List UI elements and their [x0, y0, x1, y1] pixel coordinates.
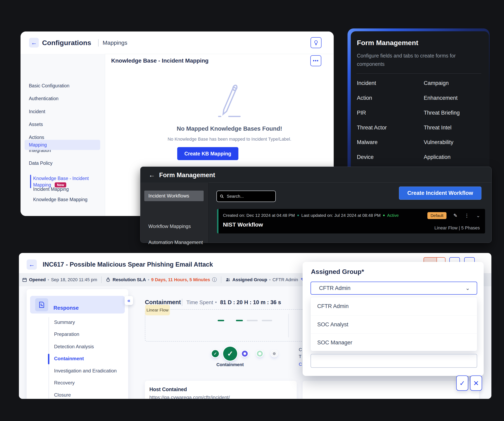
component-threat-briefing[interactable]: Threat Briefing — [424, 110, 460, 116]
sidebar-item-incident[interactable]: Incident — [29, 109, 45, 114]
clipped-text-line3: C — [299, 362, 302, 367]
overview-title: Form Management — [357, 39, 418, 47]
status-dot — [383, 214, 385, 216]
step-current-containment[interactable]: ✓ — [223, 347, 237, 361]
back-icon[interactable]: ← — [149, 171, 155, 179]
check-icon: ✓ — [214, 351, 217, 356]
check-icon: ✓ — [459, 379, 465, 387]
more-options-button[interactable]: ••• — [310, 55, 321, 66]
option-soc-manager[interactable]: SOC Manager — [311, 333, 477, 351]
sidebar-item-actions[interactable]: Actions — [29, 135, 44, 140]
phase-investigation-eradication[interactable]: Investigation and Eradication — [54, 368, 117, 374]
kb-incident-mapping-text: Mapping — [33, 182, 51, 188]
component-device[interactable]: Device — [357, 154, 374, 160]
stopwatch-icon — [106, 277, 111, 282]
back-button[interactable]: ← — [29, 38, 39, 47]
back-button[interactable]: ← — [27, 260, 37, 270]
component-threat-actor[interactable]: Threat Actor — [357, 125, 387, 131]
default-badge: Default — [427, 212, 446, 219]
confirm-button[interactable]: ✓ — [456, 375, 468, 391]
step-upcoming[interactable] — [257, 351, 263, 356]
meta-divider — [221, 277, 221, 283]
component-application[interactable]: Application — [424, 154, 450, 160]
component-incident[interactable]: Incident — [357, 80, 376, 86]
assigned-group-select[interactable]: CFTR Admin ⌄ — [311, 282, 477, 295]
component-action[interactable]: Action — [357, 95, 372, 101]
hints-button[interactable] — [311, 37, 322, 48]
phase-closure[interactable]: Closure — [54, 392, 71, 398]
sla-label: Resolution SLA — [113, 277, 146, 282]
active-item-bar — [30, 175, 31, 188]
users-icon — [225, 277, 230, 282]
mapping-section-title: Knowledge Base - Incident Mapping — [111, 58, 209, 64]
assigned-group-dropdown: CFTR Admin SOC Analyst SOC Manager — [311, 297, 477, 351]
option-cftr-admin[interactable]: CFTR Admin — [311, 297, 477, 315]
sidebar-item-data-policy[interactable]: Data Policy — [29, 160, 52, 166]
workflow-name: NIST Workflow — [223, 221, 263, 228]
sidebar-item-knowledge-base-mapping[interactable]: Knowledge Base Mapping — [33, 197, 87, 202]
component-threat-intel[interactable]: Threat Intel — [424, 125, 452, 131]
component-vulnerability[interactable]: Vulnerability — [424, 139, 453, 145]
status-badge: Active — [387, 213, 399, 218]
create-kb-mapping-button[interactable]: Create KB Mapping — [177, 147, 238, 160]
overview-divider — [356, 73, 481, 74]
sidebar-item-basic-configuration[interactable]: Basic Configuration — [29, 83, 69, 89]
nav-workflow-mappings[interactable]: Workflow Mappings — [148, 224, 191, 229]
phase-recovery[interactable]: Recovery — [54, 380, 75, 386]
sidebar-item-kb-incident-mapping-line1[interactable]: Knowledge Base - Incident — [33, 176, 89, 181]
component-malware[interactable]: Malware — [357, 139, 378, 145]
workflow-card[interactable]: Created on: Dec 12 2024 at 04:48 PM Last… — [217, 209, 485, 233]
modal-title: Assigned Group* — [311, 268, 364, 276]
page-title: Configurations — [42, 39, 91, 47]
option-soc-analyst[interactable]: SOC Analyst — [311, 315, 477, 333]
updated-on: Last updated on: Jul 24 2024 at 08:48 PM — [301, 213, 381, 218]
search-icon — [220, 194, 224, 199]
time-spent-label: Time Spent — [186, 299, 213, 306]
separator-dot — [297, 214, 299, 216]
sidebar-item-assets[interactable]: Assets — [29, 122, 43, 127]
step-last[interactable] — [271, 351, 277, 356]
workflow-document-icon — [38, 301, 45, 308]
modal-empty-field[interactable] — [311, 354, 477, 368]
assigned-group-modal: Assigned Group* CFTR Admin ⌄ CFTR Admin … — [303, 262, 484, 376]
opened-value: Sep 18, 2020 11:45 pm — [51, 277, 97, 282]
step-next[interactable] — [242, 351, 248, 356]
cancel-button[interactable]: ✕ — [470, 375, 482, 391]
phase-preparation[interactable]: Preparation — [54, 331, 79, 337]
nav-automation-management[interactable]: Automation Management — [148, 240, 203, 245]
field-value[interactable]: https://qa.cywareqa.com/cftr/incident/ — [149, 395, 230, 399]
component-enhancement[interactable]: Enhancement — [424, 95, 458, 101]
kebab-menu-icon[interactable]: ⋮ — [464, 213, 469, 218]
created-on: Created on: Dec 12 2024 at 04:48 PM — [223, 213, 295, 218]
sidebar-item-authentication[interactable]: Authentication — [29, 96, 59, 101]
component-campaign[interactable]: Campaign — [424, 80, 449, 86]
hash-contained-card: Hash Contained https://qa.cywareqa.com/c… — [303, 381, 479, 399]
search-input[interactable] — [226, 194, 273, 199]
info-icon[interactable]: ⓘ — [212, 277, 217, 283]
phase-title: Containment — [145, 299, 181, 306]
sidebar-item-response-selected[interactable]: Response — [30, 296, 125, 314]
title-divider — [182, 299, 182, 306]
phase-detection-analysis[interactable]: Detection Analysis — [54, 344, 94, 350]
step-completed[interactable]: ✓ — [212, 350, 219, 357]
edit-icon[interactable]: ✎ — [453, 213, 457, 218]
sidebar-item-kb-incident-mapping-line2[interactable]: Mapping New — [33, 182, 66, 188]
sla-value: 9 Days, 11 Hours, 5 Minutes — [151, 277, 210, 282]
configurations-sidebar: Basic Configuration Authentication Incid… — [21, 54, 105, 216]
phase-containment[interactable]: Containment — [54, 356, 84, 362]
component-pir[interactable]: PIR — [357, 110, 366, 116]
chevron-down-icon: ⌄ — [465, 285, 470, 291]
separator-dot — [48, 279, 49, 280]
meta-divider — [101, 277, 102, 283]
form-management-workflows-panel: ← Form Management Incident Workflows Wor… — [140, 167, 492, 243]
collapse-sidebar-button[interactable]: « — [125, 296, 133, 305]
workflows-header: ← Form Management — [140, 167, 492, 183]
chevron-down-icon[interactable]: ⌄ — [476, 213, 480, 218]
field-label: Host Contained — [149, 386, 187, 392]
opened-label: Opened — [29, 277, 46, 282]
workflow-search[interactable] — [216, 190, 276, 202]
phase-summary[interactable]: Summary — [54, 319, 75, 325]
workflows-sidebar: Incident Workflows Workflow Mappings Aut… — [140, 183, 209, 243]
close-icon: ✕ — [473, 379, 479, 387]
create-incident-workflow-button[interactable]: Create Incident Workflow — [399, 187, 481, 200]
